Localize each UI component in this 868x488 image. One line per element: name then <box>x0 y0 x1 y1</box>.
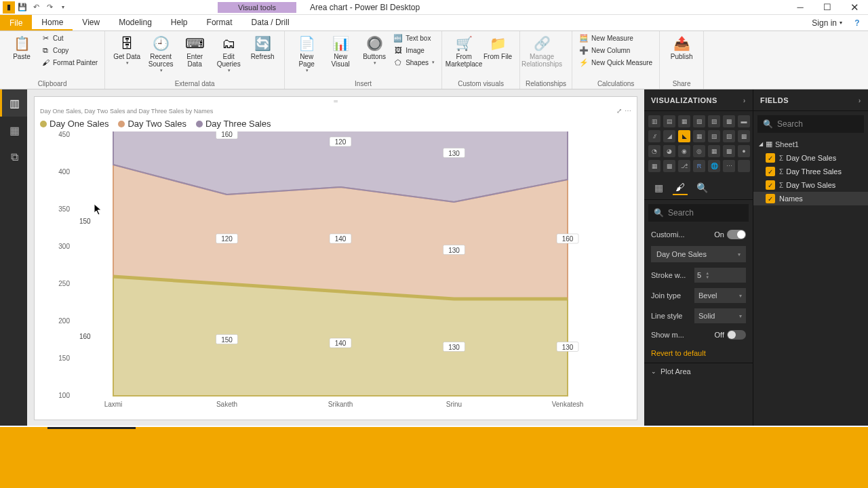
format-painter-button[interactable]: 🖌Format Painter <box>39 57 99 68</box>
customize-toggle[interactable] <box>727 230 746 239</box>
field-row[interactable]: ✓ΣDay Three Sales <box>753 165 868 178</box>
viz-type-icon[interactable]: ▦ <box>648 160 660 172</box>
viz-type-icon[interactable]: ▩ <box>723 145 735 157</box>
analytics-subtab-icon[interactable]: 🔍 <box>694 180 709 195</box>
tab-file[interactable]: File <box>0 15 32 30</box>
viz-type-icon[interactable]: ▥ <box>648 115 660 127</box>
viz-type-icon[interactable]: ▬ <box>738 115 750 127</box>
field-row[interactable]: ✓Names <box>753 192 868 205</box>
rail-model-icon[interactable]: ⧉ <box>0 144 27 171</box>
new-page-button[interactable]: 📄New Page <box>290 33 323 75</box>
viz-type-icon[interactable]: ▦ <box>693 130 705 142</box>
image-button[interactable]: 🖼Image <box>392 45 436 56</box>
enter-data-button[interactable]: ⌨Enter Data <box>178 33 211 69</box>
field-row[interactable]: ✓ΣDay One Sales <box>753 151 868 165</box>
checkbox-checked-icon[interactable]: ✓ <box>766 180 775 190</box>
checkbox-checked-icon[interactable]: ✓ <box>766 153 775 163</box>
from-marketplace-button[interactable]: 🛒From Marketplace <box>448 33 480 69</box>
viz-type-icon[interactable]: ▧ <box>693 115 705 127</box>
fields-subtab-icon[interactable]: ▦ <box>651 180 666 195</box>
new-measure-button[interactable]: 🧮New Measure <box>578 33 654 43</box>
textbox-button[interactable]: 🔤Text box <box>392 33 436 43</box>
report-canvas[interactable]: ═ Day One Sales, Day Two Sales and Day T… <box>27 89 644 426</box>
viz-search[interactable]: 🔍Search <box>648 204 749 222</box>
from-file-button[interactable]: 📁From File <box>481 33 514 62</box>
undo-icon[interactable]: ↶ <box>30 1 42 14</box>
tab-help[interactable]: Help <box>161 15 197 30</box>
viz-type-icon[interactable]: ◢ <box>663 130 675 142</box>
get-data-button[interactable]: 🗄Get Data <box>111 33 143 67</box>
tab-view[interactable]: View <box>73 15 109 30</box>
viz-type-icon[interactable]: ◕ <box>663 145 675 157</box>
redo-icon[interactable]: ↷ <box>43 1 56 14</box>
viz-type-r-icon[interactable]: R <box>693 160 705 172</box>
recent-sources-button[interactable]: 🕘Recent Sources <box>144 33 177 75</box>
field-row[interactable]: ✓ΣDay Two Sales <box>753 178 868 192</box>
viz-type-icon[interactable]: ▩ <box>663 160 675 172</box>
cut-button[interactable]: ✂Cut <box>39 33 99 43</box>
join-type-select[interactable]: Bevel▾ <box>694 288 746 303</box>
save-icon[interactable]: 💾 <box>16 1 28 14</box>
viz-type-globe-icon[interactable]: 🌐 <box>708 160 720 172</box>
focus-mode-icon[interactable]: ⤢ <box>616 107 622 115</box>
viz-type-icon[interactable] <box>738 160 750 172</box>
rail-data-icon[interactable]: ▦ <box>0 117 27 144</box>
line-style-select[interactable]: Solid▾ <box>694 308 746 323</box>
viz-type-icon[interactable]: ▩ <box>723 115 735 127</box>
legend-item-3: Day Three Sales <box>196 119 271 129</box>
revert-default-link[interactable]: Revert to default <box>644 344 753 363</box>
viz-type-icon[interactable]: ▩ <box>738 130 750 142</box>
viz-type-icon[interactable]: ▨ <box>723 130 735 142</box>
viz-type-icon[interactable]: ◎ <box>693 145 705 157</box>
signin-button[interactable]: Sign in▾ <box>804 15 850 30</box>
help-icon[interactable]: ? <box>850 15 864 30</box>
plot-area-section[interactable]: ⌄Plot Area <box>644 363 753 380</box>
shapes-button[interactable]: ⬠Shapes <box>392 57 436 68</box>
edit-queries-button[interactable]: 🗂Edit Queries <box>212 33 245 75</box>
viz-type-icon[interactable]: ▧ <box>708 130 720 142</box>
new-column-button[interactable]: ➕New Column <box>578 45 654 56</box>
rail-report-icon[interactable]: ▥ <box>0 89 27 117</box>
more-icon[interactable]: ⋯ <box>625 107 631 115</box>
publish-button[interactable]: 📤Publish <box>665 33 698 62</box>
viz-type-icon[interactable]: ▤ <box>663 115 675 127</box>
tab-format[interactable]: Format <box>197 15 242 30</box>
fields-search[interactable]: 🔍Search <box>757 115 864 133</box>
viz-type-icon[interactable]: ◔ <box>648 145 660 157</box>
tab-datadrill[interactable]: Data / Drill <box>242 15 299 30</box>
new-visual-button[interactable]: 📊New Visual <box>324 33 357 69</box>
viz-type-icon[interactable]: ● <box>738 145 750 157</box>
fields-header[interactable]: FIELDS› <box>753 89 868 111</box>
viz-type-area-chart-icon[interactable]: ◣ <box>678 130 690 142</box>
minimize-icon[interactable]: ─ <box>787 0 814 15</box>
copy-button[interactable]: ⧉Copy <box>39 45 99 56</box>
svg-text:Saketh: Saketh <box>216 401 237 408</box>
buttons-button[interactable]: 🔘Buttons <box>358 33 391 67</box>
viz-type-icon[interactable]: ▦ <box>708 145 720 157</box>
viz-type-icon[interactable]: ▨ <box>708 115 720 127</box>
visualizations-header[interactable]: VISUALIZATIONS› <box>644 89 753 111</box>
viz-type-icon[interactable]: ◉ <box>678 145 690 157</box>
viz-type-icon[interactable]: ⫽ <box>648 130 660 142</box>
refresh-button[interactable]: 🔄Refresh <box>246 33 279 62</box>
drag-handle-icon[interactable]: ═ <box>35 97 637 106</box>
viz-type-icon[interactable]: ⋯ <box>723 160 735 172</box>
qat-dropdown-icon[interactable]: ▾ <box>57 1 69 14</box>
viz-type-icon[interactable]: ▦ <box>678 115 690 127</box>
tab-home[interactable]: Home <box>32 15 73 30</box>
series-select[interactable]: Day One Sales▾ <box>651 246 746 262</box>
paste-button[interactable]: 📋Paste <box>5 33 38 62</box>
stepper-icon[interactable]: ▲▼ <box>705 271 709 279</box>
format-subtab-icon[interactable]: 🖌 <box>673 180 688 195</box>
maximize-icon[interactable]: ☐ <box>814 0 841 15</box>
checkbox-checked-icon[interactable]: ✓ <box>766 194 775 203</box>
stroke-width-input[interactable]: 5▲▼ <box>694 268 746 283</box>
checkbox-checked-icon[interactable]: ✓ <box>766 167 775 176</box>
viz-type-icon[interactable]: ⎇ <box>678 160 690 172</box>
fields-table-head[interactable]: ◢▦Sheet1 <box>753 137 868 151</box>
new-quick-measure-button[interactable]: ⚡New Quick Measure <box>578 57 654 68</box>
show-marker-toggle[interactable] <box>727 330 746 340</box>
close-icon[interactable]: ✕ <box>841 0 868 15</box>
tab-modeling[interactable]: Modeling <box>109 15 161 30</box>
visual-frame[interactable]: ═ Day One Sales, Day Two Sales and Day T… <box>34 96 637 420</box>
